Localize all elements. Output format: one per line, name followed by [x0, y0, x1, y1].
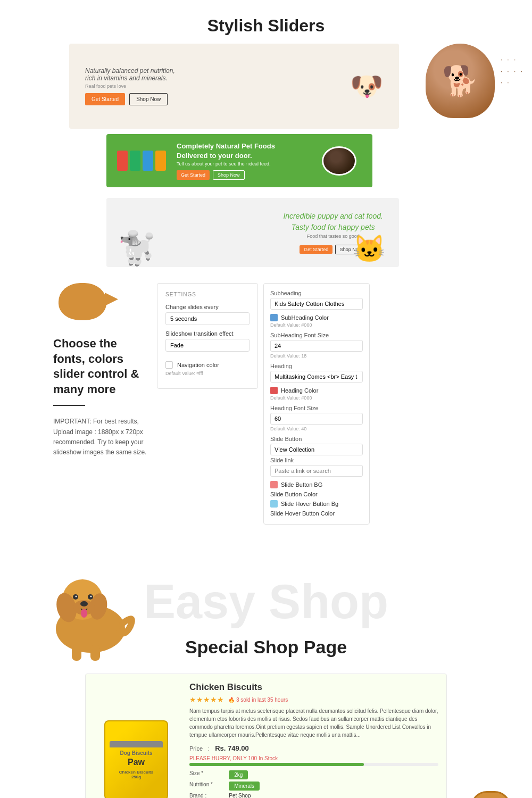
slide-preview-1: Naturally balanced pet nutrition, rich i… — [69, 44, 399, 129]
important-text: IMPORTANT: For best results, Upload imag… — [53, 417, 149, 458]
nav-color-row: Navigation color — [165, 361, 250, 369]
can-content: Dog Biscuits Paw Chicken Biscuits250g — [110, 741, 163, 779]
svg-point-10 — [81, 609, 87, 618]
slide1-text: Naturally balanced pet nutrition, rich i… — [85, 67, 175, 82]
nav-color-swatch[interactable] — [165, 361, 173, 369]
slide2-shop-now[interactable]: Shop Now — [213, 170, 245, 180]
slide3-cat: 🐱 — [353, 234, 386, 264]
packages-decoration — [117, 151, 166, 171]
slide-btn-bg-swatch[interactable] — [270, 481, 278, 488]
can-subtitle: Dog Biscuits — [110, 750, 163, 756]
golden-retriever-dog — [37, 544, 144, 663]
heading-font-input[interactable] — [270, 413, 363, 425]
page-title: Stylish Sliders — [0, 0, 532, 44]
slider-previews-container: 🥣 · · · ·· · · 🐕 · · ·· · · ·· · Natural… — [0, 44, 532, 267]
product-can: Dog Biscuits Paw Chicken Biscuits250g — [104, 720, 168, 798]
subheading-color-swatch[interactable] — [270, 314, 278, 321]
heading-input[interactable] — [270, 371, 363, 383]
bag-yellow — [155, 151, 166, 171]
heading-font-label: Heading Font Size — [270, 405, 363, 411]
nutrition-value: Minerals — [229, 782, 438, 791]
biscuit-shape — [471, 791, 511, 798]
stock-bar — [189, 763, 438, 766]
divider — [53, 405, 85, 406]
nutrition-button[interactable]: Minerals — [229, 782, 260, 791]
subheading-input[interactable] — [270, 298, 363, 310]
product-inner: Dog Biscuits Paw Chicken Biscuits250g Ch… — [86, 674, 446, 798]
slide1-dog-emoji: 🐶 — [350, 71, 383, 102]
size-label: Size * — [189, 770, 223, 779]
transition-label: Slideshow transition effect — [165, 330, 250, 337]
slide-btn-bg-row: Slide Button BG — [270, 481, 363, 488]
price-row: Price : Rs. 749.00 — [189, 744, 438, 752]
svg-point-5 — [80, 601, 88, 606]
right-settings-panel: Subheading SubHeading Color Default Valu… — [263, 283, 370, 525]
nutrition-label: Nutrition * — [189, 782, 223, 791]
right-settings-column: Subheading SubHeading Color Default Valu… — [263, 283, 370, 525]
product-info: Chicken Biscuits ★★★★★ 🔥 3 sold in last … — [189, 682, 438, 798]
heading-color-row: Heading Color — [270, 387, 363, 394]
heading-label: Heading — [270, 363, 363, 369]
easy-shop-watermark: Easy Shop — [144, 575, 388, 629]
subheading-font-default: Default Value: 18 — [270, 353, 363, 359]
bag-red — [117, 151, 128, 171]
fire-icon: 🔥 — [228, 697, 235, 703]
slide-hover-btn-color-row: Slide Hover Button Color — [270, 510, 363, 517]
heading-color-swatch[interactable] — [270, 387, 278, 394]
subheading-font-label: SubHeading Font Size — [270, 332, 363, 338]
settings-wrapper: Choose the fonts, colors slider control … — [0, 278, 532, 530]
slide2-bowl-deco — [322, 146, 356, 176]
slide2-get-started[interactable]: Get Started — [177, 170, 210, 180]
settings-title: SETTINGS — [165, 292, 250, 297]
slide-preview-2: Completely Natural Pet Foods Delivered t… — [106, 134, 372, 187]
subheading-font-input[interactable] — [270, 340, 363, 352]
subheading-color-default: Default Value: #000 — [270, 322, 363, 328]
subheading-color-label: SubHeading Color — [281, 314, 329, 321]
slide-preview-3: 🐩 Incredible puppy and cat food. Tasty f… — [106, 198, 399, 267]
deco-dog-image: 🐕 — [426, 44, 495, 118]
golden-retriever-section: Easy Shop — [0, 530, 532, 663]
slide-link-input[interactable] — [270, 465, 363, 477]
slide3-get-started[interactable]: Get Started — [300, 245, 332, 254]
product-description: Nam tempus turpis at metus scelerisque p… — [189, 707, 438, 739]
slide2-buttons: Get Started Shop Now — [177, 170, 275, 180]
slide3-puppy: 🐩 — [117, 229, 157, 267]
transition-select[interactable]: Fade Slide None — [165, 339, 250, 352]
deco-kibble-right: · · ·· · · ·· · — [501, 54, 524, 89]
slide-btn-color-label: Slide Button Color — [270, 491, 318, 497]
price-value: Rs. 749.00 — [215, 744, 249, 752]
slide-btn-color-row: Slide Button Color — [270, 491, 363, 497]
product-image-area: Dog Biscuits Paw Chicken Biscuits250g — [94, 682, 179, 798]
bag-blue — [143, 151, 153, 171]
biscuit-decoration — [471, 791, 511, 798]
stars-row: ★★★★★ 🔥 3 sold in last 35 hours — [189, 695, 438, 704]
heading-font-default: Default Value: 40 — [270, 426, 363, 431]
slide-button-input[interactable] — [270, 444, 363, 455]
stock-label: PLEASE HURRY, ONLY 100 In Stock — [189, 755, 438, 761]
settings-panel: SETTINGS Change slides every 5 seconds 3… — [157, 283, 258, 389]
brand-value: Pet Shop 📦 🥫 🛍 — [229, 793, 438, 798]
slide-hover-btn-bg-swatch[interactable] — [270, 500, 278, 508]
price-label: Price — [189, 745, 203, 752]
subheading-color-row: SubHeading Color — [270, 314, 363, 321]
svg-point-9 — [90, 596, 92, 597]
size-button[interactable]: 2kg — [229, 770, 248, 779]
product-section-wrapper: Dog Biscuits Paw Chicken Biscuits250g Ch… — [0, 674, 532, 798]
slide1-shop-now[interactable]: Shop Now — [129, 93, 168, 105]
bag-green — [130, 151, 140, 171]
svg-rect-12 — [90, 645, 100, 661]
brand-label: Brand : — [189, 793, 223, 798]
sold-badge: 🔥 3 sold in last 35 hours — [228, 697, 288, 703]
can-weight: Chicken Biscuits250g — [110, 770, 163, 779]
subheading-label: Subheading — [270, 290, 363, 296]
special-shop-title: Special Shop Page — [185, 637, 347, 658]
slide-hover-btn-color-label: Slide Hover Button Color — [270, 510, 335, 517]
size-value: 2kg — [229, 770, 438, 779]
left-decoration-column: Choose the fonts, colors slider control … — [53, 283, 149, 458]
choose-text: Choose the fonts, colors slider control … — [53, 336, 149, 397]
slide-hover-btn-bg-row: Slide Hover Button Bg — [270, 500, 363, 508]
slide1-get-started[interactable]: Get Started — [85, 93, 125, 105]
change-slides-select[interactable]: 5 seconds 3 seconds 7 seconds 10 seconds — [165, 312, 250, 325]
nav-color-default: Default Value: #fff — [165, 371, 250, 376]
product-stars: ★★★★★ — [189, 695, 224, 704]
